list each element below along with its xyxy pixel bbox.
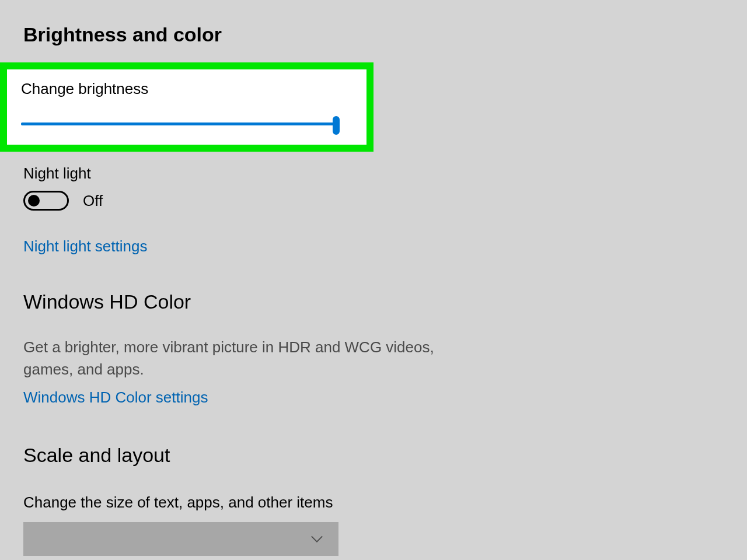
night-light-state-text: Off bbox=[83, 192, 103, 210]
night-light-toggle-knob bbox=[28, 195, 40, 206]
windows-hd-color-settings-link[interactable]: Windows HD Color settings bbox=[23, 388, 208, 407]
night-light-toggle-row: Off bbox=[23, 191, 724, 211]
scale-dropdown[interactable] bbox=[23, 522, 338, 556]
brightness-slider-thumb[interactable] bbox=[333, 116, 340, 135]
scale-layout-heading: Scale and layout bbox=[23, 444, 724, 467]
brightness-slider-track bbox=[21, 123, 336, 125]
settings-page: Brightness and color Change brightness N… bbox=[0, 0, 747, 556]
windows-hd-color-heading: Windows HD Color bbox=[23, 290, 724, 313]
brightness-color-heading: Brightness and color bbox=[23, 23, 724, 46]
night-light-toggle[interactable] bbox=[23, 191, 69, 211]
brightness-slider[interactable] bbox=[21, 116, 336, 132]
change-brightness-label: Change brightness bbox=[21, 80, 352, 98]
scale-size-label: Change the size of text, apps, and other… bbox=[23, 494, 724, 512]
night-light-label: Night light bbox=[23, 164, 724, 183]
windows-hd-color-description: Get a brighter, more vibrant picture in … bbox=[23, 337, 473, 380]
chevron-down-icon bbox=[310, 535, 323, 543]
brightness-highlight-frame: Change brightness bbox=[0, 62, 374, 152]
night-light-settings-link[interactable]: Night light settings bbox=[23, 237, 147, 256]
night-light-block: Night light Off bbox=[23, 164, 724, 211]
brightness-slider-wrap bbox=[21, 116, 336, 132]
